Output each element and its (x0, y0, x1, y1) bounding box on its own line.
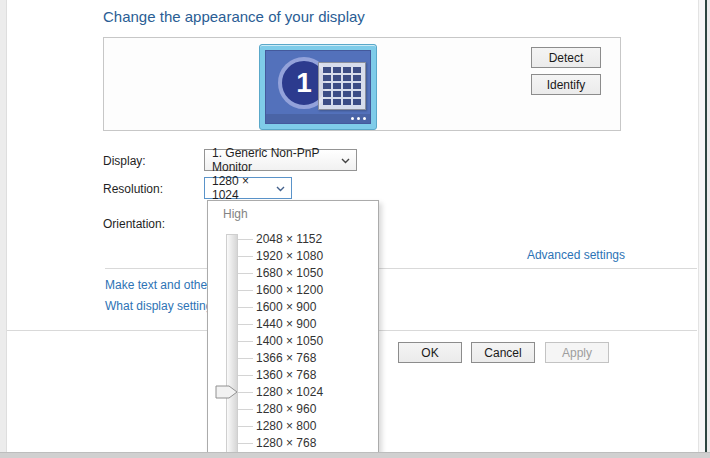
resolution-label: Resolution: (103, 182, 163, 196)
resolution-option[interactable]: 1920 × 1080 (208, 248, 377, 264)
slider-tick (238, 273, 253, 274)
monitor-preview-box: 1 Detect Identify (103, 37, 621, 131)
resolution-option-label: 1600 × 1200 (256, 282, 323, 298)
slider-tick (238, 324, 253, 325)
slider-tick (238, 358, 253, 359)
apply-button[interactable]: Apply (545, 342, 609, 363)
page-title: Change the appearance of your display (103, 8, 365, 25)
resolution-option[interactable]: 1440 × 900 (208, 316, 377, 332)
ok-button[interactable]: OK (398, 342, 462, 363)
display-dropdown-value: 1. Generic Non-PnP Monitor (212, 146, 336, 174)
page-left-edge (0, 0, 7, 458)
resolution-option[interactable]: 1400 × 1050 (208, 333, 377, 349)
slider-tick (238, 239, 253, 240)
resolution-dropdown[interactable]: 1280 × 1024 (204, 177, 292, 199)
resolution-option[interactable]: 1360 × 768 (208, 367, 377, 383)
taskbar-dot-icon (357, 117, 360, 120)
resolution-dropdown-value: 1280 × 1024 (212, 174, 271, 202)
monitor-screen: 1 (265, 50, 371, 124)
cancel-button[interactable]: Cancel (471, 342, 535, 363)
slider-tick (238, 290, 253, 291)
slider-tick (238, 392, 253, 393)
page-bottom-edge (0, 452, 710, 458)
resolution-option-label: 1600 × 900 (256, 299, 316, 315)
resolution-option-label: 1280 × 800 (256, 418, 316, 434)
resolution-option[interactable]: 1280 × 768 (208, 435, 377, 451)
high-label: High (223, 207, 248, 221)
resolution-option-label: 1366 × 768 (256, 350, 316, 366)
slider-tick (238, 375, 253, 376)
resolution-option[interactable]: 1600 × 900 (208, 299, 377, 315)
resolution-option[interactable]: 1680 × 1050 (208, 265, 377, 281)
monitor-taskbar (266, 114, 370, 123)
resolution-option-label: 2048 × 1152 (256, 231, 322, 247)
page-right-edge (698, 0, 710, 458)
resolution-option-label: 1400 × 1050 (256, 333, 323, 349)
resolution-option[interactable]: 1280 × 960 (208, 401, 377, 417)
resolution-option-label: 1280 × 1024 (256, 384, 323, 400)
identify-button[interactable]: Identify (531, 74, 601, 95)
taskbar-dot-icon (351, 117, 354, 120)
resolution-option-label: 1920 × 1080 (256, 248, 323, 264)
resolution-option-label: 1360 × 768 (256, 367, 316, 383)
chevron-down-icon (276, 186, 285, 192)
resolution-option[interactable]: 2048 × 1152 (208, 231, 377, 247)
detect-button[interactable]: Detect (531, 47, 601, 68)
resolution-option[interactable]: 1600 × 1200 (208, 282, 377, 298)
window-grid-icon (318, 62, 366, 110)
resolution-option-label: 1440 × 900 (256, 316, 316, 332)
taskbar-dot-icon (363, 117, 366, 120)
chevron-down-icon (341, 158, 350, 164)
resolution-option-label: 1680 × 1050 (256, 265, 323, 281)
slider-tick (238, 409, 253, 410)
slider-tick (238, 341, 253, 342)
orientation-label: Orientation: (103, 217, 165, 231)
display-label: Display: (103, 154, 146, 168)
slider-tick (238, 256, 253, 257)
monitor-number: 1 (296, 67, 312, 99)
resolution-slider-thumb[interactable] (215, 385, 239, 399)
resolution-option[interactable]: 1366 × 768 (208, 350, 377, 366)
resolution-option-label: 1280 × 960 (256, 401, 316, 417)
slider-tick (238, 307, 253, 308)
advanced-settings-link[interactable]: Advanced settings (527, 248, 625, 262)
resolution-option-label: 1280 × 768 (256, 435, 316, 451)
content-divider (105, 268, 697, 269)
display-dropdown[interactable]: 1. Generic Non-PnP Monitor (204, 149, 357, 171)
monitor-1-icon[interactable]: 1 (259, 44, 377, 130)
resolution-dropdown-panel: High 2048 × 11521920 × 10801680 × 105016… (207, 200, 379, 458)
slider-tick (238, 443, 253, 444)
screen-resolution-window: Change the appearance of your display 1 … (0, 0, 710, 458)
resolution-option[interactable]: 1280 × 800 (208, 418, 377, 434)
slider-tick (238, 426, 253, 427)
